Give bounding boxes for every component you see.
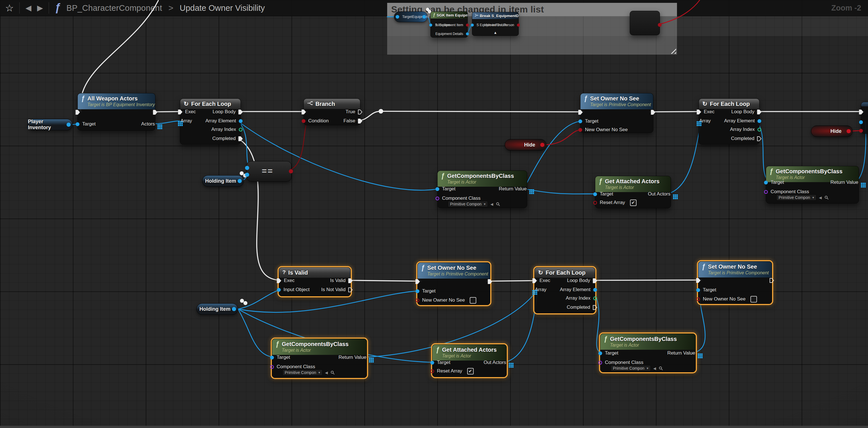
- class-pin-icon[interactable]: [764, 190, 768, 194]
- branch[interactable]: BranchConditionTrueFalse: [304, 98, 361, 125]
- exec-pin[interactable]: Exec: [696, 109, 715, 115]
- bool-pin-icon[interactable]: [517, 23, 520, 27]
- node-header[interactable]: ↻For Each Loop: [699, 99, 759, 109]
- get-components-by-class-mid[interactable]: ƒGetComponentsByClassTarget is ActorTarg…: [437, 170, 527, 208]
- object-pin-icon[interactable]: [239, 119, 243, 123]
- node-header[interactable]: ƒGet Attached ActorsTarget is Actor: [595, 176, 671, 192]
- node-header[interactable]: Branch: [304, 99, 360, 109]
- browse-icon[interactable]: [825, 196, 829, 200]
- condition-pin[interactable]: Condition: [302, 118, 329, 124]
- class-select-dropdown[interactable]: Primitive Compon▾: [611, 365, 651, 371]
- object-pin-icon[interactable]: [578, 119, 583, 124]
- class-select-dropdown[interactable]: Primitive Compon▾: [776, 194, 816, 201]
- hide-pill-mid[interactable]: Hide: [505, 139, 546, 151]
- break-s-equipmentdetails[interactable]: Break S_EquipmentDetailsS Equipment Deta…: [472, 12, 519, 36]
- exec-pin-icon[interactable]: [302, 109, 306, 114]
- int-pin-icon[interactable]: [239, 128, 243, 132]
- array-index-pin[interactable]: Array Index: [566, 295, 597, 301]
- object-pin-icon[interactable]: [466, 32, 469, 36]
- target-pin[interactable]: Target: [435, 186, 456, 192]
- object-pin-icon[interactable]: [277, 288, 281, 292]
- node-header[interactable]: ƒGetComponentsByClassTarget is Actor: [272, 339, 367, 355]
- out-actors-pin[interactable]: Out Actors: [648, 191, 673, 197]
- completed-pin[interactable]: Completed: [731, 135, 762, 142]
- set-owner-no-see-top[interactable]: ƒSet Owner No SeeTarget is Primitive Com…: [580, 93, 653, 133]
- return-value-pin[interactable]: Return Value: [830, 179, 861, 186]
- bool-pin-icon[interactable]: [302, 119, 306, 123]
- target-pin[interactable]: Target: [764, 179, 784, 186]
- back-icon[interactable]: ◀: [25, 4, 31, 12]
- exec-pin-icon[interactable]: [651, 110, 655, 115]
- breadcrumb-root[interactable]: BP_CharacterComponent: [66, 3, 162, 13]
- array-pin[interactable]: Array: [696, 118, 711, 124]
- exec-pin-icon[interactable]: [238, 136, 243, 141]
- array-pin[interactable]: Array: [178, 118, 192, 124]
- exec-pin[interactable]: [651, 109, 655, 115]
- node-header[interactable]: ƒSet Owner No SeeTarget is Primitive Com…: [698, 262, 772, 277]
- exec-pin-icon[interactable]: [358, 119, 363, 124]
- exec-pin-icon[interactable]: [757, 109, 762, 114]
- exec-pin-icon[interactable]: [415, 279, 420, 284]
- true-pin[interactable]: True: [346, 109, 363, 115]
- node-header[interactable]: ?Is Valid: [279, 267, 350, 278]
- checkbox-checked[interactable]: ✔: [467, 368, 474, 374]
- exec-pin-icon[interactable]: [593, 305, 597, 310]
- object-pin-icon[interactable]: [245, 166, 249, 170]
- int-pin-icon[interactable]: [593, 296, 597, 300]
- bool-pin-icon[interactable]: [658, 23, 662, 27]
- target-pin[interactable]: Target: [578, 118, 598, 124]
- bool-pin-icon[interactable]: [289, 169, 293, 173]
- node-header[interactable]: ƒGetComponentsByClassTarget is Actor: [600, 334, 695, 350]
- is-valid-pin[interactable]: Is Valid: [330, 277, 353, 284]
- exec-pin-icon[interactable]: [238, 109, 243, 114]
- horizontal-scrollbar[interactable]: [0, 426, 868, 428]
- checkbox-unchecked[interactable]: [750, 296, 757, 302]
- use-selected-asset-icon[interactable]: ◀: [819, 196, 822, 200]
- bool-pin-icon[interactable]: [846, 129, 851, 133]
- bool-pin-icon[interactable]: [859, 129, 863, 133]
- object-pin-icon[interactable]: [696, 288, 700, 292]
- browse-icon[interactable]: [659, 366, 663, 370]
- actors-pin[interactable]: Actors: [141, 121, 157, 127]
- holding-item-pill-top[interactable]: Holding Item: [202, 175, 244, 187]
- class-pin-icon[interactable]: [435, 196, 439, 201]
- class-pin-icon[interactable]: [598, 361, 602, 365]
- sgk-item-equipment-details[interactable]: ƒSGK Item Equipment DetailsS Inv ItemIs …: [430, 11, 468, 38]
- exec-pin-icon[interactable]: [696, 109, 701, 114]
- equals-equals-node[interactable]: ==: [247, 161, 291, 182]
- get-components-by-class-bottom[interactable]: ƒGetComponentsByClassTarget is ActorTarg…: [272, 339, 367, 378]
- for-each-loop-1[interactable]: ↻For Each LoopExecLoop BodyArrayArray El…: [180, 98, 241, 144]
- object-pin-icon[interactable]: [415, 289, 420, 293]
- exec-pin-icon[interactable]: [348, 278, 353, 283]
- bool-pin-icon[interactable]: [466, 23, 469, 27]
- class-pin-icon[interactable]: [270, 365, 274, 369]
- input-object-pin[interactable]: Input Object: [277, 287, 309, 293]
- array-pin[interactable]: Array: [532, 287, 547, 293]
- set-owner-no-see-mid[interactable]: ƒSet Owner No SeeTarget is Primitive Com…: [417, 262, 490, 305]
- exec-pin-icon[interactable]: [358, 109, 363, 114]
- bool-pin-icon[interactable]: [696, 297, 700, 301]
- screen-edge-node[interactable]: [861, 102, 868, 134]
- bool-pin-icon[interactable]: [578, 128, 583, 132]
- exec-pin[interactable]: Exec: [532, 277, 550, 284]
- completed-pin[interactable]: Completed: [567, 304, 597, 310]
- target-pin[interactable]: Target: [430, 359, 451, 366]
- player-inventory-pill[interactable]: Player Inventory: [28, 119, 72, 130]
- browse-icon[interactable]: [496, 202, 500, 206]
- node-header[interactable]: Break S_EquipmentDetails: [472, 12, 519, 19]
- exec-pin[interactable]: [153, 109, 157, 115]
- exec-pin[interactable]: Exec: [178, 109, 196, 115]
- false-pin[interactable]: False: [343, 118, 363, 124]
- node-header[interactable]: ↻For Each Loop: [180, 99, 241, 109]
- exec-pin-icon[interactable]: [770, 278, 774, 283]
- return-value-pin[interactable]: Return Value: [667, 350, 698, 356]
- node-header[interactable]: ƒGet Attached ActorsTarget is Actor: [432, 344, 506, 361]
- browse-icon[interactable]: [331, 370, 335, 375]
- new-owner-no-see-pin[interactable]: New Owner No See: [415, 297, 476, 303]
- node-header[interactable]: ƒSet Owner No SeeTarget is Primitive Com…: [581, 93, 653, 109]
- target-pin[interactable]: Target: [75, 121, 96, 127]
- exec-pin-icon[interactable]: [348, 288, 353, 292]
- object-pin-icon[interactable]: [232, 307, 236, 311]
- use-selected-asset-icon[interactable]: ◀: [325, 370, 328, 375]
- exec-pin[interactable]: [859, 109, 863, 115]
